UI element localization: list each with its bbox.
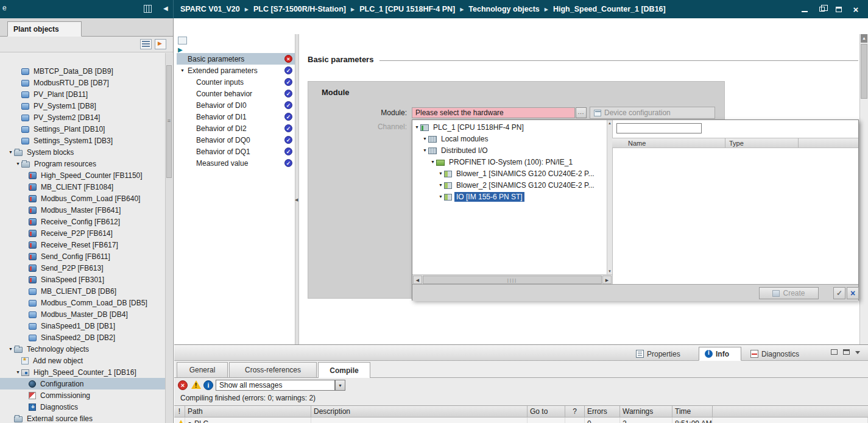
scroll-up-icon[interactable]: ▲ [861,34,867,43]
editor-window-icon[interactable] [178,37,187,44]
column-header-description[interactable]: Description [311,406,528,417]
column-header-flag[interactable]: ! [174,406,185,417]
module-select-field[interactable]: Please select the hardware [412,107,575,118]
hardware-tree-vscrollbar[interactable]: ▲ ▼ [607,120,612,274]
project-tree-item[interactable]: Modbus_Comm_Load_DB [DB5] [0,297,165,308]
param-nav-item[interactable]: Basic parameters× [177,53,295,65]
column-header-type[interactable]: Type [725,138,799,148]
expander-icon[interactable]: ▼ [437,194,444,199]
confirm-button[interactable]: ✓ [833,287,845,299]
expander-icon[interactable]: ▼ [179,68,186,73]
project-tree-item[interactable]: Diagnostics [0,401,165,413]
tab-plant-objects[interactable]: Plant objects [7,21,82,37]
hw-tree-item[interactable]: ▼Local modules [412,133,607,144]
tab-compile[interactable]: Compile [318,362,370,379]
column-header-errors[interactable]: Errors [585,406,620,417]
hardware-search-input[interactable] [616,123,702,133]
filter-funnel-icon[interactable] [705,123,716,133]
tab-diagnostics[interactable]: Diagnostics [745,347,817,361]
open-editor-icon[interactable] [155,39,166,49]
project-tree-item[interactable]: ModbusRTU_DB [DB7] [0,77,165,88]
breadcrumb-item[interactable]: PLC_1 [CPU 1518HF-4 PN] [359,5,455,13]
cancel-button[interactable]: × [847,287,859,299]
project-tree-item[interactable]: SinaSpeed1_DB [DB1] [0,320,165,332]
project-tree-item[interactable]: ▼High_Speed_Counter_1 [DB16] [0,366,165,378]
project-tree-item[interactable]: Send_Config [FB611] [0,251,165,262]
hw-tree-item[interactable]: ▼Distributed I/O [412,144,607,156]
message-table-row[interactable]: ▼ PLC 0 2 8:51:09 AM [174,418,868,423]
expander-icon[interactable]: ▼ [429,160,436,164]
hw-tree-item[interactable]: ▼IO [IM 155-6 PN ST] [412,191,607,202]
project-tree-item[interactable]: ▼System blocks [0,146,165,158]
project-tree-item[interactable]: PV_Plant [DB11] [0,88,165,100]
param-nav-item[interactable]: Behavior of DI2✓ [177,123,295,134]
collapse-panel-icon[interactable] [855,351,860,354]
tab-cross-references[interactable]: Cross-references [229,362,317,378]
dock-panel-icon[interactable] [843,349,850,355]
project-tree-item[interactable]: Add new object [0,355,165,366]
scroll-up-icon[interactable]: ▲ [607,121,612,125]
warning-icon[interactable] [191,380,201,389]
project-tree-item[interactable]: Commissioning [0,389,165,401]
hw-tree-item[interactable]: ▼Blower_1 [SINAMICS G120 CU240E-2 P... [412,168,607,179]
hw-tree-item[interactable]: ▼PLC_1 [CPU 1518HF-4 PN] [412,121,607,133]
scrollbar-thumb[interactable]: ≡ [166,65,172,178]
project-tree-item[interactable]: External source files [0,413,165,423]
module-browse-button[interactable]: ... [576,107,587,118]
hardware-tree-hscrollbar[interactable]: ◀ |||| ▶ [412,274,612,284]
panel-grid-icon[interactable] [144,5,152,13]
project-tree-item[interactable]: MB_CLIENT [FB1084] [0,181,165,193]
param-nav-item[interactable]: Behavior of DI0✓ [177,99,295,111]
device-configuration-button[interactable]: Device configuration [590,107,715,119]
project-tree-item[interactable]: SinaSpeed2_DB [DB2] [0,332,165,343]
project-tree-item[interactable]: ▼Technology objects [0,343,165,355]
tab-general[interactable]: General [177,362,228,378]
breadcrumb-item[interactable]: PLC [S7-1500R/H-Station] [253,5,346,13]
project-tree-item[interactable]: Modbus_Master [FB641] [0,204,165,216]
error-icon[interactable]: × [178,380,188,390]
nav-splitter[interactable]: ◀ [295,34,299,344]
column-header-path[interactable]: Path [185,406,311,417]
project-tree-item[interactable]: Configuration [0,378,165,389]
editor-vscrollbar[interactable]: ▲ [859,34,868,344]
dock-icon[interactable] [831,3,846,15]
project-tree-item[interactable]: PV_System1 [DB8] [0,100,165,112]
tab-info[interactable]: Info [699,347,741,361]
dropdown-arrow-icon[interactable]: ▼ [335,380,345,391]
expander-icon[interactable]: ▼ [437,171,444,176]
column-header-help[interactable]: ? [565,406,585,417]
hw-tree-item[interactable]: ▼Blower_2 [SINAMICS G120 CU240E-2 P... [412,179,607,191]
project-tree-item[interactable]: ▼Program resources [0,158,165,169]
expander-icon[interactable]: ▼ [422,137,428,141]
create-button[interactable]: Create [759,287,819,299]
close-icon[interactable]: × [849,3,863,15]
splitter-collapse-icon[interactable]: ◀ [295,197,298,202]
expander-icon[interactable]: ▼ [422,148,428,152]
expander-icon[interactable]: ▼ [15,162,21,166]
expander-icon[interactable]: ▼ [414,125,420,129]
expander-icon[interactable]: ▼ [15,370,21,374]
tab-properties[interactable]: Properties [630,347,695,361]
scrollbar-thumb[interactable] [861,44,867,99]
project-tree-scrollbar[interactable]: ≡ [165,53,172,423]
breadcrumb-item[interactable]: Technology objects [468,5,539,13]
breadcrumb-item[interactable]: High_Speed_Counter_1 [DB16] [553,5,666,13]
scroll-left-icon[interactable]: ◀ [413,275,422,284]
expander-icon[interactable]: ▼ [437,183,444,187]
param-nav-item[interactable]: Behavior of DQ0✓ [177,134,295,146]
column-header-goto[interactable]: Go to [528,406,565,417]
expander-icon[interactable]: ▼ [7,150,14,154]
project-tree-item[interactable]: MBTCP_Data_DB [DB9] [0,65,165,77]
project-tree-item[interactable]: Settings_System1 [DB3] [0,135,165,146]
scroll-down-icon[interactable]: ▼ [607,269,612,273]
param-nav-item[interactable]: Counter inputs✓ [177,76,295,88]
collapse-panel-icon[interactable]: ◀ [163,5,168,12]
project-tree-item[interactable]: SinaSpeed [FB301] [0,274,165,285]
float-panel-icon[interactable] [831,349,838,355]
breadcrumb-item[interactable]: SPARC V01_V20 [180,5,240,13]
project-tree-item[interactable]: Receive_P2P [FB614] [0,227,165,239]
project-tree-item[interactable]: PV_System2 [DB14] [0,112,165,123]
scroll-right-icon[interactable]: ▶ [602,275,612,284]
project-tree-item[interactable]: Settings_Plant [DB10] [0,123,165,135]
project-tree-item[interactable]: Modbus_Comm_Load [FB640] [0,193,165,204]
